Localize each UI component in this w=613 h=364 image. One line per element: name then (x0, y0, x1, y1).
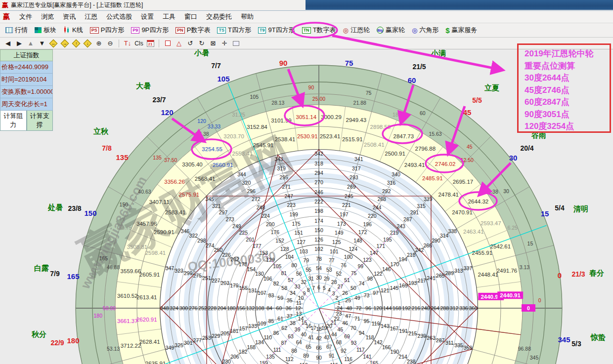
menu-item-资讯[interactable]: 资讯 (58, 11, 80, 23)
svg-text:63: 63 (288, 333, 294, 339)
svg-text:178: 178 (239, 261, 248, 267)
svg-text:229: 229 (212, 333, 220, 339)
menu-item-交易委托[interactable]: 交易委托 (202, 11, 236, 23)
tool-zoom-in[interactable]: ⊕ (94, 39, 104, 48)
tool-time-axis[interactable]: T↓ (123, 39, 132, 48)
toolbar-button-赢家服务[interactable]: $赢家服务 (442, 25, 481, 36)
tool-draw-triangle[interactable]: △ (174, 39, 184, 48)
menu-item-江恩[interactable]: 江恩 (80, 11, 102, 23)
menu-item-文件[interactable]: 文件 (15, 11, 37, 23)
svg-text:166: 166 (382, 344, 391, 350)
menu-item-窗口[interactable]: 窗口 (180, 11, 202, 23)
svg-text:345: 345 (558, 335, 570, 344)
toolbar-label: 赢家轮 (386, 26, 405, 35)
menu-item-设置[interactable]: 设置 (136, 11, 158, 23)
tool-prev[interactable]: ◀ (3, 39, 13, 48)
svg-text:201: 201 (246, 237, 255, 243)
svg-text:2635.91: 2635.91 (145, 361, 166, 364)
tool-delete-box[interactable]: ⊠ (208, 39, 218, 48)
tool-rotate-ccw[interactable]: ↺ (185, 39, 195, 48)
tool-zoom-out[interactable]: ⊖ (105, 39, 115, 48)
tool-rotate-right-step[interactable]: ▼ (37, 39, 47, 48)
svg-text:2593.47: 2593.47 (481, 220, 501, 226)
svg-text:79: 79 (303, 257, 309, 263)
tool-step-left[interactable]: ← (48, 39, 58, 48)
tool-rotate-cw[interactable]: ↻ (197, 39, 207, 48)
TS-icon: TS (217, 27, 226, 34)
button-计算阻力[interactable]: 计算阻力 (0, 111, 27, 131)
menu-item-公式选股[interactable]: 公式选股 (102, 11, 136, 23)
toolbar-button-行情[interactable]: 行情 (2, 25, 31, 36)
svg-text:339: 339 (424, 196, 433, 202)
svg-text:71: 71 (354, 316, 360, 322)
instrument-title: 上证指数 (0, 49, 53, 61)
toolbar-button-板块[interactable]: 板块 (31, 25, 60, 36)
toolbar-button-赢家轮[interactable]: Big赢家轮 (373, 25, 408, 36)
svg-text:60: 60 (420, 110, 426, 116)
toolbar-button-六角形[interactable]: ◎六角形 (408, 25, 442, 36)
tool-step-up[interactable]: ↑ (71, 39, 81, 48)
svg-text:124: 124 (349, 246, 357, 252)
svg-text:133: 133 (248, 323, 257, 329)
svg-text:2598.41: 2598.41 (145, 250, 166, 256)
svg-text:165: 165 (370, 360, 379, 364)
svg-text:48: 48 (346, 305, 352, 311)
svg-text:67: 67 (326, 344, 332, 350)
tool-screen[interactable] (231, 39, 241, 48)
svg-text:171: 171 (376, 243, 385, 249)
svg-text:141: 141 (363, 354, 372, 360)
toolbar-button-P数字表[interactable]: PNP数字表 (172, 25, 214, 36)
tool-step-down[interactable]: ↓ (83, 39, 92, 48)
tool-calendar[interactable]: 21 (145, 39, 155, 48)
tool-cls[interactable]: Cls (134, 39, 144, 48)
toolbar-button-P四方形[interactable]: PSP四方形 (87, 25, 128, 36)
toolbar-button-T四方形[interactable]: TST四方形 (214, 25, 254, 36)
menu-item-浏览[interactable]: 浏览 (37, 11, 58, 23)
svg-text:2644.32: 2644.32 (468, 199, 489, 204)
svg-text:52: 52 (336, 271, 342, 277)
svg-text:39: 39 (295, 326, 301, 332)
svg-text:2455.91: 2455.91 (472, 250, 493, 256)
svg-text:91: 91 (329, 353, 335, 359)
svg-text:40.63: 40.63 (138, 189, 151, 195)
svg-text:194: 194 (398, 256, 407, 262)
toolbar-button-江恩轮[interactable]: ◎江恩轮 (340, 25, 373, 36)
button-计算支撑[interactable]: 计算支撑 (27, 111, 53, 131)
svg-text:200: 200 (266, 221, 275, 227)
svg-text:244: 244 (373, 204, 382, 210)
TN-icon: TN (302, 27, 311, 34)
svg-text:129: 129 (266, 257, 275, 263)
svg-text:253: 253 (202, 335, 211, 341)
svg-text:2575.91: 2575.91 (179, 192, 200, 198)
svg-text:151: 151 (294, 230, 303, 236)
menu-item-工具[interactable]: 工具 (158, 11, 180, 23)
svg-text:73: 73 (364, 292, 370, 298)
svg-text:2545.91: 2545.91 (253, 142, 274, 148)
tool-step-right[interactable]: → (60, 39, 70, 48)
svg-text:45: 45 (338, 326, 344, 332)
svg-text:118: 118 (366, 334, 374, 340)
toolbar-label: T数字表 (313, 26, 336, 35)
svg-text:128: 128 (280, 246, 289, 252)
menu-item-帮助[interactable]: 帮助 (236, 11, 258, 23)
svg-text:49: 49 (354, 295, 360, 301)
svg-text:32: 32 (301, 279, 307, 285)
toolbar-button-K线[interactable]: K线 (60, 25, 87, 36)
svg-text:176: 176 (271, 229, 280, 235)
svg-text:2470.91: 2470.91 (452, 209, 473, 215)
svg-text:152: 152 (275, 238, 284, 243)
tool-next[interactable]: ▶ (14, 39, 24, 48)
svg-text:202: 202 (230, 256, 239, 262)
toolbar-button-9T四方形[interactable]: T99T四方形 (255, 25, 299, 36)
svg-text:31.25: 31.25 (232, 112, 245, 118)
toolbar-button-9P四方形[interactable]: P99P四方形 (128, 25, 172, 36)
tool-rotate-left-step[interactable]: ▲ (26, 39, 36, 48)
svg-text:惊蛰: 惊蛰 (590, 333, 606, 341)
svg-text:50.00: 50.00 (103, 305, 116, 311)
svg-text:0: 0 (527, 305, 530, 311)
tool-draw-rect[interactable] (163, 39, 173, 48)
svg-text:349: 349 (166, 345, 175, 351)
tool-center-cross[interactable]: ✛ (219, 39, 229, 48)
svg-text:153: 153 (260, 250, 268, 256)
toolbar-button-T数字表[interactable]: TNT数字表 (299, 25, 340, 36)
